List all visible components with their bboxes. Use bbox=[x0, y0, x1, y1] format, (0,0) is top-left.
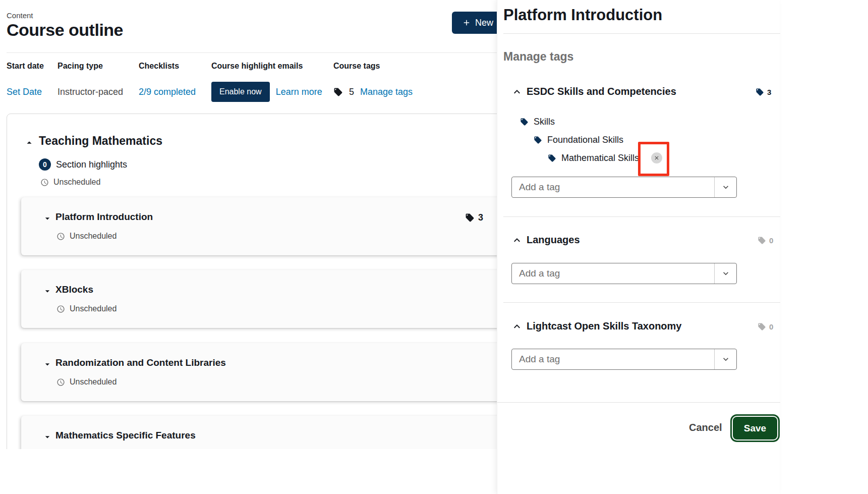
header-divider bbox=[7, 52, 535, 53]
add-tag-input[interactable] bbox=[512, 263, 714, 284]
pacing-type-label: Pacing type bbox=[57, 62, 123, 71]
plus-icon bbox=[462, 18, 471, 27]
applied-tag-row: Skills bbox=[520, 115, 555, 129]
applied-tag-row: Foundational Skills bbox=[534, 133, 623, 147]
subsection-tag-count[interactable]: 3 bbox=[465, 212, 483, 223]
add-tag-combobox[interactable] bbox=[511, 177, 737, 198]
subsection-tag-count-value: 3 bbox=[478, 212, 483, 223]
chevron-down-icon bbox=[721, 268, 731, 279]
remove-tag-button[interactable] bbox=[651, 152, 662, 163]
subsection-card-randomization[interactable]: Randomization and Content Libraries Unsc… bbox=[21, 343, 518, 401]
footer-divider bbox=[497, 402, 780, 403]
taxonomy-name: ESDC Skills and Competencies bbox=[527, 86, 676, 97]
tag-icon bbox=[534, 136, 542, 144]
meta-course-tags: Course tags 5 Manage tags bbox=[333, 62, 413, 102]
enable-now-button[interactable]: Enable now bbox=[211, 82, 270, 102]
set-date-link[interactable]: Set Date bbox=[7, 87, 42, 97]
highlight-emails-label: Course highlight emails bbox=[211, 62, 322, 71]
taxonomy-collapse-toggle[interactable] bbox=[511, 234, 523, 246]
subsection-card-math-features[interactable]: Mathematics Specific Features bbox=[21, 416, 518, 449]
manage-tags-drawer: Platform Introduction Manage tags ESDC S… bbox=[497, 0, 780, 494]
save-button[interactable]: Save bbox=[733, 417, 777, 440]
taxonomy-collapse-toggle[interactable] bbox=[511, 320, 523, 333]
section-title: Teaching Mathematics bbox=[39, 134, 162, 148]
applied-tag-label: Foundational Skills bbox=[547, 135, 623, 145]
taxonomy-tag-count: 0 bbox=[758, 322, 773, 331]
manage-tags-heading: Manage tags bbox=[503, 50, 573, 64]
tag-icon bbox=[758, 236, 766, 245]
subsection-schedule: Unscheduled bbox=[56, 304, 117, 313]
tag-icon bbox=[758, 322, 766, 331]
manage-tags-link[interactable]: Manage tags bbox=[360, 87, 413, 97]
subsection-expand-toggle[interactable] bbox=[42, 432, 52, 442]
page-title: Course outline bbox=[7, 20, 123, 40]
taxonomy-collapse-toggle[interactable] bbox=[511, 86, 523, 98]
subsection-expand-toggle[interactable] bbox=[42, 286, 52, 296]
taxonomy-tag-count: 3 bbox=[756, 88, 771, 96]
new-button[interactable]: New bbox=[452, 12, 503, 34]
tag-icon bbox=[756, 88, 764, 96]
subsection-title: Platform Introduction bbox=[55, 211, 153, 223]
meta-pacing-type: Pacing type Instructor-paced bbox=[57, 62, 123, 102]
pacing-type-value: Instructor-paced bbox=[57, 87, 123, 97]
course-tags-count: 5 bbox=[349, 87, 354, 97]
course-outline-page: Content Course outline New Start date Se… bbox=[0, 0, 535, 449]
subsection-schedule-label: Unscheduled bbox=[70, 232, 117, 241]
meta-start-date: Start date Set Date bbox=[7, 62, 44, 102]
applied-tag-row: Mathematical Skills bbox=[548, 151, 662, 165]
taxonomy-tag-count-value: 0 bbox=[769, 322, 773, 331]
section-schedule: Unscheduled bbox=[40, 178, 100, 187]
subsection-title: XBlocks bbox=[55, 284, 93, 295]
clock-icon bbox=[56, 305, 65, 313]
section-schedule-label: Unscheduled bbox=[53, 178, 100, 187]
drawer-title-divider bbox=[503, 33, 780, 34]
add-tag-dropdown-button[interactable] bbox=[714, 349, 736, 369]
new-button-label: New bbox=[475, 18, 493, 28]
subsection-schedule-label: Unscheduled bbox=[70, 304, 117, 313]
applied-tag-label: Mathematical Skills bbox=[561, 153, 639, 163]
add-tag-input[interactable] bbox=[512, 349, 714, 369]
checklists-link[interactable]: 2/9 completed bbox=[139, 87, 196, 97]
subsection-title: Randomization and Content Libraries bbox=[55, 357, 226, 368]
clock-icon bbox=[56, 232, 65, 241]
add-tag-combobox[interactable] bbox=[511, 263, 737, 284]
add-tag-dropdown-button[interactable] bbox=[714, 263, 736, 284]
section-collapse-toggle[interactable] bbox=[24, 137, 35, 148]
learn-more-link[interactable]: Learn more bbox=[276, 87, 322, 97]
taxonomy-name: Lightcast Open Skills Taxonomy bbox=[527, 320, 681, 332]
taxonomy-tag-count: 0 bbox=[758, 236, 773, 245]
section-highlights-button[interactable]: 0 Section highlights bbox=[39, 158, 127, 171]
subsection-title: Mathematics Specific Features bbox=[55, 430, 196, 441]
subsection-expand-toggle[interactable] bbox=[42, 213, 52, 224]
tag-icon bbox=[548, 154, 556, 162]
meta-highlight-emails: Course highlight emails Enable now Learn… bbox=[211, 62, 322, 102]
taxonomy-tag-count-value: 0 bbox=[769, 236, 773, 245]
taxonomy-divider bbox=[503, 302, 780, 303]
chevron-down-icon bbox=[721, 354, 731, 364]
tag-icon bbox=[465, 213, 475, 223]
add-tag-combobox[interactable] bbox=[511, 349, 737, 370]
tag-icon bbox=[520, 118, 529, 126]
taxonomy-divider bbox=[503, 216, 780, 217]
subsection-schedule: Unscheduled bbox=[56, 232, 117, 241]
start-date-label: Start date bbox=[7, 62, 44, 71]
subsection-card-platform-introduction[interactable]: Platform Introduction 3 Unscheduled bbox=[21, 197, 518, 255]
meta-checklists: Checklists 2/9 completed bbox=[139, 62, 196, 102]
breadcrumb-content: Content bbox=[7, 11, 33, 20]
taxonomy-name: Languages bbox=[527, 234, 580, 246]
add-tag-dropdown-button[interactable] bbox=[714, 177, 736, 197]
add-tag-input[interactable] bbox=[512, 177, 714, 197]
close-icon bbox=[654, 155, 660, 161]
course-outline-container: Teaching Mathematics 0 Section highlight… bbox=[7, 114, 526, 449]
subsection-expand-toggle[interactable] bbox=[42, 359, 52, 369]
subsection-card-xblocks[interactable]: XBlocks Unscheduled bbox=[21, 270, 518, 328]
chevron-down-icon bbox=[721, 182, 731, 192]
taxonomy-tag-count-value: 3 bbox=[767, 88, 771, 96]
highlights-count-badge: 0 bbox=[39, 158, 51, 171]
clock-icon bbox=[40, 178, 49, 187]
subsection-schedule: Unscheduled bbox=[56, 377, 117, 387]
cancel-button[interactable]: Cancel bbox=[685, 420, 726, 435]
subsection-schedule-label: Unscheduled bbox=[70, 377, 117, 387]
drawer-title: Platform Introduction bbox=[503, 6, 662, 24]
tag-icon bbox=[333, 87, 343, 97]
